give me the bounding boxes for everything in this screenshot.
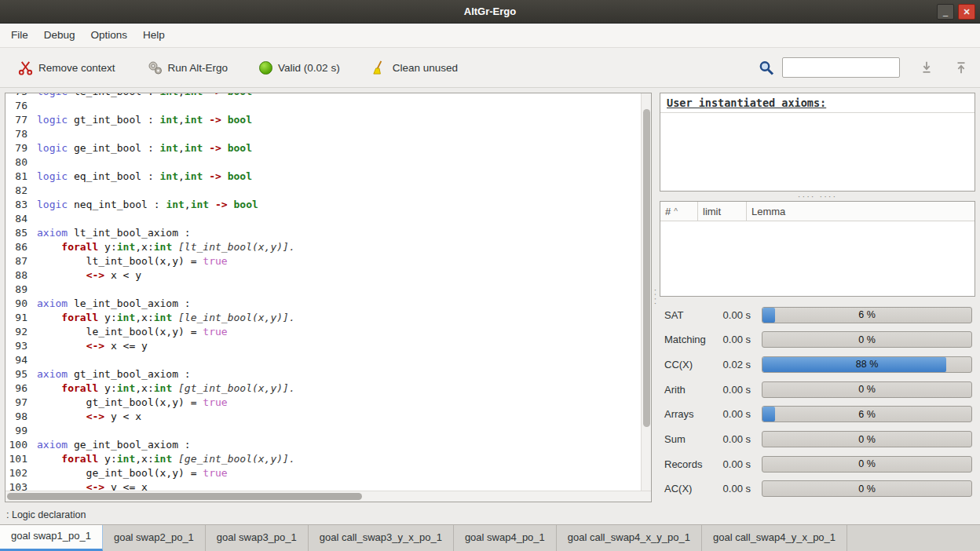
search-input[interactable] bbox=[782, 57, 900, 78]
status-text: : Logic declaration bbox=[6, 509, 86, 520]
line-code: logic gt_int_bool : int,int -> bool bbox=[37, 113, 252, 127]
scissors-icon bbox=[17, 60, 33, 75]
title-bar[interactable]: AltGr-Ergo _ ✕ bbox=[0, 0, 980, 24]
line-code: <-> y <= x bbox=[37, 480, 148, 491]
stat-label: Matching bbox=[664, 334, 715, 345]
line-number: 85 bbox=[5, 226, 37, 240]
line-number: 95 bbox=[5, 367, 37, 381]
minimize-button[interactable]: _ bbox=[937, 4, 954, 20]
go-down-icon[interactable] bbox=[919, 60, 934, 75]
tab-goal-swap3_po_1[interactable]: goal swap3_po_1 bbox=[206, 525, 309, 551]
code-line: 78 bbox=[5, 127, 651, 141]
line-number: 81 bbox=[5, 170, 37, 184]
gears-icon bbox=[147, 60, 163, 75]
code-editor[interactable]: 75logic le_int_bool : int,int -> bool767… bbox=[5, 93, 652, 502]
stat-label: Arrays bbox=[664, 408, 715, 420]
menu-item-file[interactable]: File bbox=[3, 24, 36, 47]
tab-goal-call_swap3_y_x_po_1[interactable]: goal call_swap3_y_x_po_1 bbox=[309, 525, 454, 551]
progress-bar-AC(X): 0 % bbox=[762, 480, 972, 497]
menu-item-debug[interactable]: Debug bbox=[36, 24, 83, 47]
line-number: 86 bbox=[5, 240, 37, 254]
tab-goal-call_swap4_y_x_po_1[interactable]: goal call_swap4_y_x_po_1 bbox=[702, 525, 847, 551]
valid-label: Valid (0.02 s) bbox=[278, 62, 340, 74]
stats-panel: SAT0.00 s6 %Matching0.00 s0 %CC(X)0.02 s… bbox=[660, 303, 975, 502]
line-code: gt_int_bool(x,y) = true bbox=[37, 396, 228, 410]
stat-label: SAT bbox=[664, 309, 715, 321]
menu-item-options[interactable]: Options bbox=[83, 24, 136, 47]
stat-row-Arith: Arith0.00 s0 % bbox=[664, 379, 975, 400]
code-line: 91 forall y:int,x:int [le_int_bool(x,y)]… bbox=[5, 311, 651, 325]
run-alt-ergo-button[interactable]: Run Alt-Ergo bbox=[141, 55, 235, 80]
code-line: 100axiom ge_int_bool_axiom : bbox=[5, 438, 651, 452]
progress-bar-Arith: 0 % bbox=[762, 381, 972, 398]
code-line: 85axiom lt_int_bool_axiom : bbox=[5, 226, 651, 240]
status-bar: : Logic declaration bbox=[0, 507, 980, 524]
editor-viewport[interactable]: 75logic le_int_bool : int,int -> bool767… bbox=[5, 93, 651, 491]
tab-bar: goal swap1_po_1goal swap2_po_1goal swap3… bbox=[0, 524, 980, 551]
vscroll-thumb[interactable] bbox=[643, 109, 650, 427]
code-line: 81logic eq_int_bool : int,int -> bool bbox=[5, 170, 651, 184]
go-up-icon[interactable] bbox=[953, 60, 969, 75]
tab-goal-call_swap4_x_y_po_1[interactable]: goal call_swap4_x_y_po_1 bbox=[557, 525, 702, 551]
pane-splitter[interactable]: ···· bbox=[652, 93, 660, 502]
line-code: <-> y < x bbox=[37, 410, 141, 424]
code-line: 90axiom le_int_bool_axiom : bbox=[5, 297, 651, 311]
line-code: logic eq_int_bool : int,int -> bool bbox=[37, 170, 252, 184]
progress-percent-label: 6 % bbox=[762, 407, 971, 421]
line-number: 94 bbox=[5, 353, 37, 367]
line-code: lt_int_bool(x,y) = true bbox=[37, 254, 228, 268]
line-number: 100 bbox=[5, 438, 37, 452]
stat-row-Arrays: Arrays0.00 s6 % bbox=[664, 404, 975, 425]
menu-item-help[interactable]: Help bbox=[135, 24, 173, 47]
code-line: 79logic ge_int_bool : int,int -> bool bbox=[5, 141, 651, 155]
lemma-table: # ^ limit Lemma bbox=[660, 201, 975, 297]
progress-bar-Sum: 0 % bbox=[762, 431, 972, 447]
line-code: axiom gt_int_bool_axiom : bbox=[37, 367, 191, 381]
column-header-number[interactable]: # ^ bbox=[660, 202, 698, 221]
line-number: 79 bbox=[5, 141, 37, 155]
axioms-splitter[interactable]: ···· ···· bbox=[660, 192, 975, 201]
stat-time: 0.00 s bbox=[715, 309, 751, 321]
progress-percent-label: 6 % bbox=[762, 308, 971, 323]
tab-goal-swap4_po_1[interactable]: goal swap4_po_1 bbox=[454, 525, 557, 551]
code-line: 98 <-> y < x bbox=[5, 410, 651, 424]
code-line: 84 bbox=[5, 212, 651, 226]
line-code: axiom ge_int_bool_axiom : bbox=[37, 438, 191, 452]
editor-lines: 75logic le_int_bool : int,int -> bool767… bbox=[5, 93, 651, 491]
line-number: 97 bbox=[5, 396, 37, 410]
editor-hscrollbar[interactable] bbox=[5, 491, 651, 502]
line-number: 102 bbox=[5, 466, 37, 480]
progress-bar-Records: 0 % bbox=[762, 456, 972, 473]
stat-row-Sum: Sum0.00 s0 % bbox=[664, 429, 975, 450]
clean-unused-button[interactable]: Clean unused bbox=[365, 55, 464, 80]
menu-bar: FileDebugOptionsHelp bbox=[0, 24, 980, 48]
column-header-lemma[interactable]: Lemma bbox=[747, 202, 975, 221]
hscroll-thumb[interactable] bbox=[7, 493, 362, 500]
code-line: 86 forall y:int,x:int [lt_int_bool(x,y)]… bbox=[5, 240, 651, 254]
tab-goal-swap1_po_1[interactable]: goal swap1_po_1 bbox=[0, 525, 103, 551]
line-code: axiom lt_int_bool_axiom : bbox=[37, 226, 191, 240]
line-code: <-> x < y bbox=[37, 268, 141, 283]
line-code: axiom le_int_bool_axiom : bbox=[37, 297, 191, 311]
splitter-dots-icon: ···· bbox=[651, 289, 660, 307]
window-title: AltGr-Ergo bbox=[0, 5, 980, 17]
progress-percent-label: 0 % bbox=[762, 432, 971, 447]
axioms-title: User instantiated axioms: bbox=[660, 93, 975, 113]
code-line: 103 <-> y <= x bbox=[5, 480, 651, 491]
progress-bar-SAT: 6 % bbox=[762, 307, 972, 323]
code-line: 93 <-> x <= y bbox=[5, 339, 651, 353]
line-number: 91 bbox=[5, 311, 37, 325]
code-line: 102 ge_int_bool(x,y) = true bbox=[5, 466, 651, 480]
column-header-limit[interactable]: limit bbox=[698, 202, 747, 221]
close-button[interactable]: ✕ bbox=[958, 4, 975, 20]
code-line: 97 gt_int_bool(x,y) = true bbox=[5, 396, 651, 410]
valid-indicator-icon bbox=[259, 61, 272, 75]
line-number: 80 bbox=[5, 155, 37, 170]
remove-context-button[interactable]: Remove context bbox=[11, 55, 122, 80]
progress-bar-CC(X): 88 % bbox=[762, 356, 972, 373]
stat-time: 0.00 s bbox=[715, 458, 751, 470]
code-line: 76 bbox=[5, 99, 651, 113]
stat-time: 0.00 s bbox=[715, 408, 751, 420]
editor-vscrollbar[interactable] bbox=[641, 93, 651, 491]
tab-goal-swap2_po_1[interactable]: goal swap2_po_1 bbox=[103, 525, 206, 551]
